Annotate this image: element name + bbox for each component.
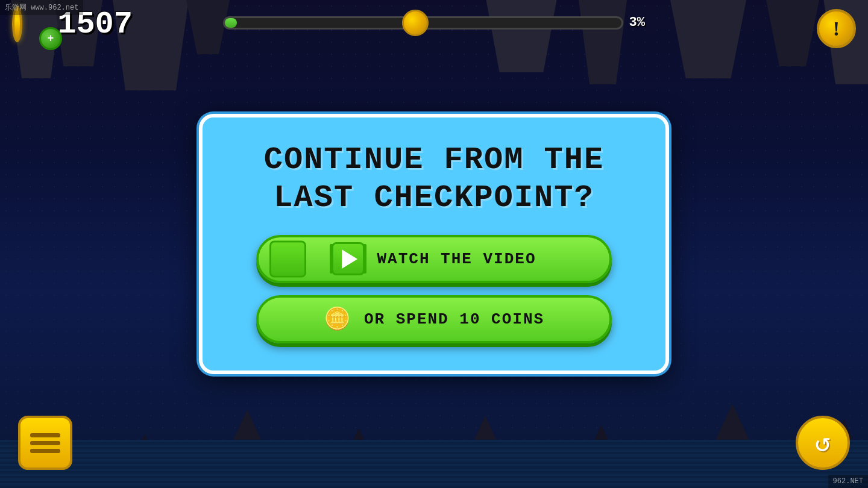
- spend-coins-button[interactable]: 🪙 OR SPEND 10 COINS: [256, 295, 612, 343]
- dialog-buttons: WATCH THE VIDEO 🪙 OR SPEND 10 COINS: [233, 235, 635, 343]
- spend-coins-label: OR SPEND 10 COINS: [364, 310, 544, 328]
- play-triangle-icon: [342, 249, 357, 269]
- modal-overlay: CONTINUE FROM THE LAST CHECKPOINT? WATCH…: [0, 0, 868, 488]
- watch-video-label: WATCH THE VIDEO: [377, 250, 536, 268]
- film-icon: [332, 242, 365, 275]
- coins-icon: 🪙: [324, 306, 352, 333]
- dialog-title: CONTINUE FROM THE LAST CHECKPOINT?: [233, 142, 635, 217]
- watch-video-button[interactable]: WATCH THE VIDEO: [256, 235, 612, 283]
- checkpoint-dialog: CONTINUE FROM THE LAST CHECKPOINT? WATCH…: [199, 114, 669, 374]
